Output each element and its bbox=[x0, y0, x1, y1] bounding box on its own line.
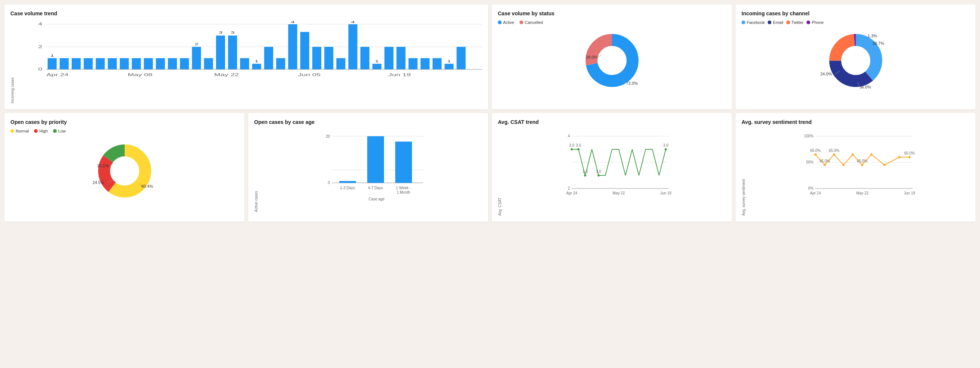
svg-text:1: 1 bbox=[447, 59, 451, 63]
svg-text:1.3%: 1.3% bbox=[868, 33, 877, 38]
open-by-priority-title: Open cases by priority bbox=[10, 119, 239, 125]
svg-text:3: 3 bbox=[219, 30, 223, 34]
svg-point-107 bbox=[584, 174, 586, 177]
legend-phone: Phone bbox=[807, 20, 824, 25]
svg-rect-36 bbox=[336, 58, 345, 69]
svg-text:3.0: 3.0 bbox=[576, 143, 581, 147]
avg-csat-trend-card: Avg. CSAT trend Avg. CSAT 4 2 bbox=[492, 113, 732, 222]
avg-csat-chart: 4 2 3.0 3.0 1.0 1. bbox=[503, 129, 726, 215]
svg-rect-13 bbox=[120, 58, 129, 69]
svg-text:1.0: 1.0 bbox=[582, 169, 588, 174]
svg-text:38.7%: 38.7% bbox=[872, 41, 884, 46]
svg-text:Apr 24: Apr 24 bbox=[566, 191, 578, 195]
svg-rect-31 bbox=[288, 24, 297, 69]
svg-text:4-7 Days: 4-7 Days bbox=[368, 186, 383, 190]
svg-text:45.0%: 45.0% bbox=[857, 159, 867, 163]
svg-text:1: 1 bbox=[375, 59, 379, 63]
case-volume-trend-card: Case volume trend Incoming cases 4 2 0 1 bbox=[5, 5, 488, 109]
dashboard: Case volume trend Incoming cases 4 2 0 1 bbox=[5, 5, 975, 222]
svg-text:Jun 19: Jun 19 bbox=[388, 72, 410, 76]
legend-cancelled: Cancelled bbox=[519, 20, 543, 25]
open-by-case-age-title: Open cases by case age bbox=[254, 119, 482, 125]
svg-rect-17 bbox=[168, 58, 177, 69]
avg-survey-chart: 100% 50% 0% bbox=[747, 129, 970, 215]
donut-svg-channel: 38.7% 24.0% 36.0% 1.3% bbox=[815, 27, 897, 94]
donut-svg-priority: 15.1% 24.5% 60.4% bbox=[88, 135, 162, 203]
legend-dot-email bbox=[768, 21, 772, 24]
svg-text:3.0: 3.0 bbox=[569, 143, 574, 147]
svg-text:3.0: 3.0 bbox=[663, 143, 668, 147]
legend-label-twitter: Twitter bbox=[792, 20, 803, 25]
case-volume-status-legend: Active Cancelled bbox=[498, 20, 726, 25]
svg-rect-27 bbox=[252, 64, 261, 69]
legend-active: Active bbox=[498, 20, 514, 25]
svg-text:4: 4 bbox=[351, 20, 355, 24]
svg-point-127 bbox=[852, 153, 854, 156]
svg-text:May 22: May 22 bbox=[613, 191, 625, 195]
svg-text:1: 1 bbox=[50, 53, 54, 57]
svg-rect-42 bbox=[384, 47, 393, 70]
svg-rect-90 bbox=[367, 136, 384, 183]
svg-text:Apr 24: Apr 24 bbox=[46, 72, 68, 76]
svg-rect-40 bbox=[372, 64, 382, 69]
case-volume-status-card: Case volume by status Active Cancelled 2… bbox=[492, 5, 732, 109]
svg-text:Jun 19: Jun 19 bbox=[660, 191, 671, 195]
svg-rect-89 bbox=[339, 181, 356, 183]
case-volume-trend-title: Case volume trend bbox=[10, 10, 482, 16]
svg-rect-43 bbox=[396, 47, 405, 70]
svg-rect-24 bbox=[228, 35, 237, 69]
svg-text:4: 4 bbox=[38, 22, 42, 26]
svg-rect-45 bbox=[421, 58, 430, 69]
legend-dot-facebook bbox=[741, 21, 745, 24]
open-by-case-age-card: Open cases by case age Active cases 20 0 bbox=[248, 113, 488, 222]
svg-rect-49 bbox=[457, 47, 466, 70]
svg-text:Jun 05: Jun 05 bbox=[298, 72, 320, 76]
svg-text:100%: 100% bbox=[804, 134, 813, 138]
svg-rect-47 bbox=[444, 64, 453, 69]
svg-rect-8 bbox=[60, 58, 68, 69]
svg-text:2: 2 bbox=[194, 42, 198, 46]
legend-dot-cancelled bbox=[519, 21, 523, 24]
svg-text:0: 0 bbox=[38, 67, 42, 71]
legend-label-low: Low bbox=[58, 129, 66, 133]
svg-text:Case age: Case age bbox=[369, 197, 385, 201]
open-by-priority-legend: Normal High Low bbox=[10, 129, 239, 133]
svg-point-128 bbox=[861, 164, 863, 166]
svg-rect-30 bbox=[276, 58, 285, 69]
svg-point-129 bbox=[870, 153, 872, 156]
svg-rect-26 bbox=[240, 58, 249, 69]
svg-point-126 bbox=[842, 164, 845, 166]
svg-point-111 bbox=[665, 148, 667, 150]
svg-text:36.0%: 36.0% bbox=[859, 85, 871, 89]
legend-high: High bbox=[34, 129, 48, 133]
legend-low: Low bbox=[53, 129, 66, 133]
svg-rect-46 bbox=[433, 58, 441, 69]
svg-rect-37 bbox=[348, 24, 357, 69]
svg-text:Apr 24: Apr 24 bbox=[810, 191, 821, 195]
svg-text:15.1%: 15.1% bbox=[97, 164, 108, 168]
avg-survey-sentiment-card: Avg. survey sentiment trend Avg. survey … bbox=[735, 113, 975, 222]
svg-text:May 22: May 22 bbox=[856, 191, 869, 195]
legend-facebook: Facebook bbox=[741, 20, 765, 25]
avg-survey-sentiment-title: Avg. survey sentiment trend bbox=[741, 119, 970, 125]
svg-rect-9 bbox=[72, 58, 81, 69]
svg-point-105 bbox=[578, 148, 579, 150]
case-volume-status-title: Case volume by status bbox=[498, 10, 726, 16]
avg-csat-trend-title: Avg. CSAT trend bbox=[498, 119, 726, 125]
svg-text:1.0: 1.0 bbox=[596, 169, 601, 174]
case-volume-y-label: Incoming cases bbox=[10, 20, 14, 104]
svg-text:May 22: May 22 bbox=[214, 72, 239, 76]
legend-label-cancelled: Cancelled bbox=[525, 20, 543, 25]
legend-dot-active bbox=[498, 21, 501, 24]
svg-text:28.0%: 28.0% bbox=[586, 55, 598, 59]
svg-rect-11 bbox=[96, 58, 105, 69]
case-volume-status-donut: 28.0% 72.0% bbox=[498, 27, 726, 94]
svg-rect-22 bbox=[216, 35, 225, 69]
avg-survey-y-label: Avg. survey sentiment bbox=[741, 129, 746, 216]
svg-point-124 bbox=[824, 164, 826, 166]
svg-point-125 bbox=[833, 153, 835, 156]
avg-csat-y-label: Avg. CSAT bbox=[498, 129, 502, 216]
svg-text:60.0%: 60.0% bbox=[904, 151, 915, 155]
svg-point-132 bbox=[908, 156, 911, 158]
legend-twitter: Twitter bbox=[786, 20, 803, 25]
